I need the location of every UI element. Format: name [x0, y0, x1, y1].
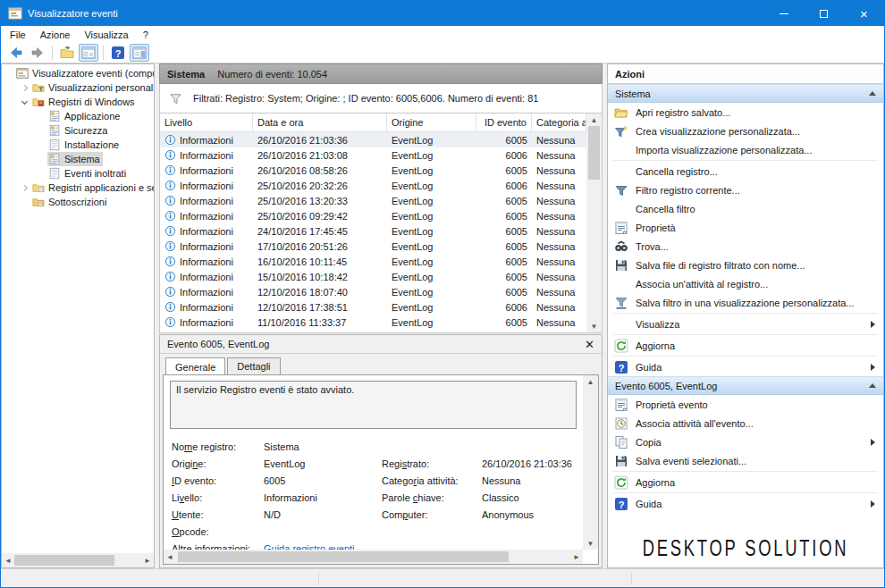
- scrollbar-thumb[interactable]: [588, 126, 600, 180]
- tree-horizontal-scrollbar[interactable]: ◄ ►: [2, 553, 154, 567]
- scrollbar-thumb[interactable]: [178, 551, 509, 562]
- action-pane-button[interactable]: [130, 44, 149, 62]
- action-item-aggiorna[interactable]: Aggiorna: [608, 336, 883, 355]
- tab-dettagli[interactable]: Dettagli: [227, 357, 280, 374]
- minimize-button[interactable]: [763, 1, 804, 26]
- title-bar[interactable]: Visualizzatore eventi ×: [1, 1, 884, 26]
- expander-expanded-icon[interactable]: [21, 97, 28, 104]
- field-label: ID evento:: [172, 475, 264, 486]
- menu-item-file[interactable]: File: [3, 28, 33, 42]
- status-divider: [631, 572, 632, 584]
- sidebar-item-visualizzazioni-personalizzate[interactable]: Visualizzazioni personalizzate: [2, 80, 154, 95]
- action-item-propriet-evento[interactable]: Proprietà evento: [608, 395, 883, 414]
- sidebar-item-sicurezza[interactable]: Sicurezza: [2, 123, 154, 138]
- sidebar-item-registri-applicazioni-e-servizi[interactable]: Registri applicazioni e servizi: [2, 181, 154, 195]
- event-message: Il servizio Registro eventi è stato avvi…: [176, 384, 354, 395]
- forward-button[interactable]: [28, 44, 47, 62]
- table-row[interactable]: Informazioni 17/10/2016 20:51:26 EventLo…: [160, 239, 586, 254]
- action-item-filtro-registro-corrente[interactable]: Filtro registro corrente...: [608, 181, 883, 199]
- action-item-propriet[interactable]: Proprietà: [608, 218, 883, 237]
- scroll-right-icon[interactable]: ►: [141, 554, 154, 567]
- scroll-right-icon[interactable]: ►: [570, 550, 583, 563]
- preview-horizontal-scrollbar[interactable]: ◄ ►: [164, 550, 583, 564]
- field-label: Opcode:: [172, 526, 264, 537]
- table-row[interactable]: Informazioni 25/10/2016 20:32:26 EventLo…: [160, 178, 586, 193]
- table-row[interactable]: Informazioni 25/10/2016 09:29:42 EventLo…: [160, 208, 586, 223]
- sidebar-item-installazione[interactable]: Installazione: [2, 138, 154, 152]
- scroll-down-icon[interactable]: ▼: [588, 320, 601, 332]
- preview-vertical-scrollbar[interactable]: ▲ ▼: [583, 375, 598, 550]
- export-list-button[interactable]: [57, 44, 77, 62]
- scroll-down-icon[interactable]: ▼: [585, 537, 597, 550]
- action-item-visualizza[interactable]: Visualizza: [608, 315, 883, 333]
- action-item-associa-attivit-all-evento[interactable]: Associa attività all'evento...: [608, 414, 883, 433]
- scrollbar-thumb[interactable]: [14, 555, 114, 566]
- menu-item-azione[interactable]: Azione: [33, 28, 78, 42]
- action-item-guida[interactable]: ? Guida: [608, 357, 883, 376]
- sidebar-item-eventi-inoltrati[interactable]: Eventi inoltrati: [2, 166, 154, 181]
- action-group-header[interactable]: Sistema: [608, 84, 883, 103]
- action-item-copia[interactable]: Copia: [608, 433, 883, 451]
- close-icon[interactable]: ✕: [585, 338, 594, 351]
- table-row[interactable]: Informazioni 15/10/2016 10:18:42 EventLo…: [160, 269, 586, 284]
- status-bar: [1, 568, 884, 587]
- collapse-icon[interactable]: [869, 91, 876, 96]
- back-button[interactable]: [6, 44, 26, 62]
- column-header-2[interactable]: Origine: [387, 113, 476, 131]
- close-button[interactable]: ×: [844, 1, 884, 26]
- action-item-salva-file-di-registro-filtrato-con-nome[interactable]: Salva file di registro filtrato con nome…: [608, 256, 883, 274]
- log-icon: [48, 153, 64, 165]
- maximize-button[interactable]: [804, 1, 844, 26]
- console-window-icon: [81, 46, 96, 60]
- scroll-up-icon[interactable]: ▲: [588, 113, 601, 126]
- column-header-4[interactable]: Categoria a...: [532, 113, 586, 131]
- collapse-icon[interactable]: [869, 383, 876, 388]
- action-item-aggiorna[interactable]: Aggiorna: [608, 473, 883, 491]
- action-item-cancella-filtro[interactable]: Cancella filtro: [608, 199, 883, 218]
- sidebar-item-visualizzatore-eventi-computer[interactable]: Visualizzatore eventi (computer: [2, 66, 154, 80]
- sidebar-item-sistema[interactable]: Sistema: [2, 152, 154, 166]
- expander-collapsed-icon[interactable]: [21, 184, 28, 190]
- table-row[interactable]: Informazioni 26/10/2016 21:03:36 EventLo…: [160, 132, 586, 147]
- action-item-crea-visualizzazione-personalizzata[interactable]: Crea visualizzazione personalizzata...: [608, 122, 883, 140]
- field-label: Parole chiave:: [382, 492, 482, 503]
- scroll-left-icon[interactable]: ◄: [164, 550, 176, 563]
- action-item-apri-registro-salvato[interactable]: Apri registro salvato...: [608, 103, 883, 122]
- table-row[interactable]: Informazioni 24/10/2016 17:45:45 EventLo…: [160, 223, 586, 239]
- expander-collapsed-icon[interactable]: [21, 84, 28, 90]
- table-vertical-scrollbar[interactable]: ▲ ▼: [586, 113, 602, 332]
- sidebar-item-sottoscrizioni[interactable]: Sottoscrizioni: [2, 195, 154, 209]
- action-item-importa-visualizzazione-personalizzata[interactable]: Importa visualizzazione personalizzata..…: [608, 140, 883, 159]
- console-tree-button[interactable]: [79, 44, 98, 62]
- table-row[interactable]: Informazioni 16/10/2016 10:11:45 EventLo…: [160, 254, 586, 269]
- filter-text: Filtrati: Registro: System; Origine: ; I…: [193, 93, 538, 104]
- action-item-associa-un-attivit-al-registro[interactable]: Associa un'attività al registro...: [608, 274, 883, 293]
- column-header-1[interactable]: Data e ora: [253, 113, 387, 131]
- column-header-3[interactable]: ID evento: [476, 113, 532, 131]
- tab-generale[interactable]: Generale: [165, 357, 225, 375]
- sidebar-item-applicazione[interactable]: Applicazione: [2, 109, 154, 123]
- scroll-up-icon[interactable]: ▲: [585, 375, 597, 388]
- scroll-left-icon[interactable]: ◄: [2, 554, 14, 567]
- action-item-salva-eventi-selezionati[interactable]: Salva eventi selezionati...: [608, 451, 883, 470]
- table-row[interactable]: Informazioni 26/10/2016 08:58:26 EventLo…: [160, 163, 586, 178]
- menu-item-help[interactable]: ?: [136, 28, 156, 42]
- table-row[interactable]: Informazioni 12/10/2016 18:07:40 EventLo…: [160, 284, 586, 299]
- menu-item-visualizza[interactable]: Visualizza: [77, 28, 135, 42]
- column-header-0[interactable]: Livello: [160, 113, 253, 131]
- field-value: Nessuna: [482, 475, 577, 486]
- table-row[interactable]: Informazioni 11/10/2016 11:33:37 EventLo…: [160, 315, 586, 330]
- action-item-cancella-registro[interactable]: Cancella registro...: [608, 162, 883, 181]
- open-folder-icon: [614, 105, 628, 120]
- table-row[interactable]: Informazioni 12/10/2016 17:38:51 EventLo…: [160, 299, 586, 315]
- table-row[interactable]: Informazioni 26/10/2016 21:03:08 EventLo…: [160, 147, 586, 163]
- action-item-trova[interactable]: Trova...: [608, 237, 883, 256]
- help-icon: ?: [614, 497, 628, 511]
- action-item-salva-filtro-in-una-visualizzazione-personalizzata[interactable]: Salva filtro in una visualizzazione pers…: [608, 293, 883, 312]
- table-row[interactable]: Informazioni 25/10/2016 13:20:33 EventLo…: [160, 193, 586, 208]
- sidebar-item-registri-di-windows[interactable]: Registri di Windows: [2, 95, 154, 109]
- action-group-header[interactable]: Evento 6005, EventLog: [608, 376, 883, 395]
- action-item-guida[interactable]: ? Guida: [608, 494, 883, 513]
- task-icon: [614, 416, 628, 431]
- help-button[interactable]: ?: [108, 44, 128, 62]
